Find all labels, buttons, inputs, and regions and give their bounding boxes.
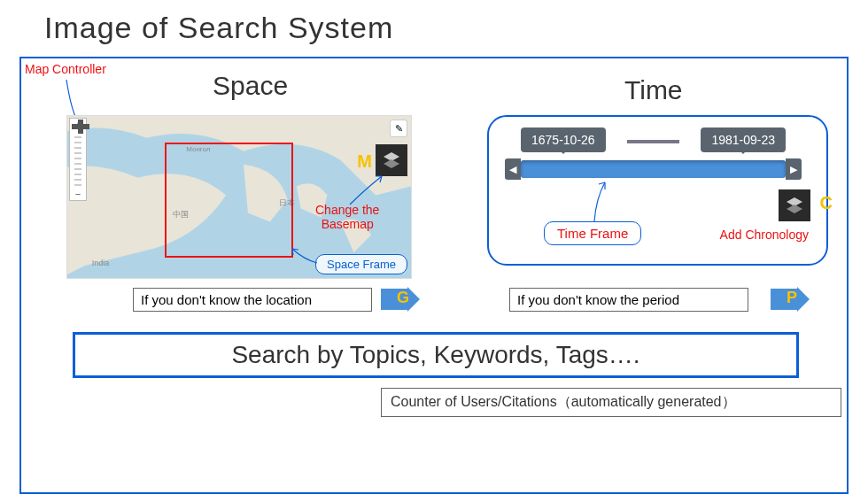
zoom-control[interactable]: + − xyxy=(69,118,87,201)
slider-track[interactable] xyxy=(521,160,786,178)
g-shortcut-label: G xyxy=(397,289,409,307)
space-frame-annotation: Space Frame xyxy=(315,254,407,274)
add-chronology-button[interactable] xyxy=(779,189,810,221)
space-heading: Space xyxy=(213,71,288,101)
slider-next-icon[interactable]: ▶ xyxy=(786,158,802,180)
space-selection-frame[interactable] xyxy=(165,143,293,258)
basemap-button[interactable] xyxy=(376,144,407,176)
time-panel: 1675-10-26 1981-09-23 ◀ ▶ Time Frame Add… xyxy=(487,115,828,266)
edit-icon[interactable]: ✎ xyxy=(390,120,407,137)
m-shortcut-label: M xyxy=(357,151,372,172)
search-bar[interactable]: Search by Topics, Keywords, Tags…. xyxy=(73,332,799,378)
slider-prev-icon[interactable]: ◀ xyxy=(505,158,521,180)
p-shortcut-label: P xyxy=(787,289,797,307)
layers-icon xyxy=(784,195,805,216)
counter-label: Counter of Users/Citations（automatically… xyxy=(381,388,841,417)
map-viewport[interactable]: India 中国 日本 Монгол + − ✎ M Change the Ba… xyxy=(66,115,412,279)
pan-icon[interactable] xyxy=(71,119,90,135)
map-controller-annotation: Map Controller xyxy=(25,62,106,76)
add-chronology-annotation: Add Chronology xyxy=(720,228,809,242)
time-frame-annotation: Time Frame xyxy=(544,221,641,245)
start-date-box[interactable]: 1675-10-26 xyxy=(521,127,606,152)
time-slider[interactable]: 1675-10-26 1981-09-23 ◀ ▶ xyxy=(505,127,802,176)
period-hint-label: If you don't know the period xyxy=(509,288,748,312)
zoom-slider[interactable] xyxy=(74,133,81,186)
c-shortcut-label: C xyxy=(820,193,833,213)
change-basemap-arrow xyxy=(346,173,386,208)
svg-rect-6 xyxy=(72,124,89,129)
slider-connector xyxy=(627,140,679,143)
change-basemap-line2: Basemap xyxy=(322,217,374,231)
layers-icon xyxy=(381,150,402,171)
time-frame-arrow xyxy=(591,181,608,223)
svg-text:India: India xyxy=(92,259,109,267)
end-date-box[interactable]: 1981-09-23 xyxy=(701,127,786,152)
space-frame-arrow xyxy=(291,247,326,266)
zoom-out-icon[interactable]: − xyxy=(70,188,86,200)
time-heading: Time xyxy=(624,75,683,105)
page-title: Image of Search System xyxy=(0,0,868,54)
location-hint-label: If you don't know the location xyxy=(133,288,372,312)
